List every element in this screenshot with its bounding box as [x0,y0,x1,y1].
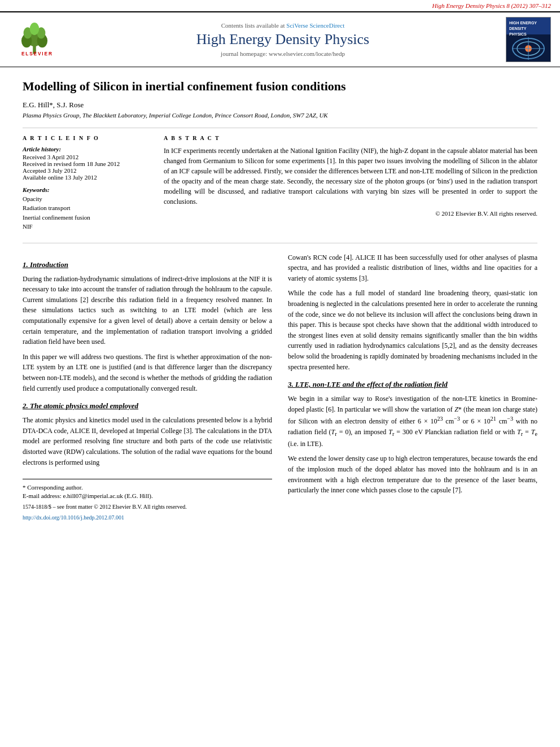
right-column: Cowan's RCN code [4]. ALICE II has been … [288,252,537,521]
keywords-section: Keywords: Opacity Radiation transport In… [23,186,147,231]
email-note: E-mail address: e.hill07@imperial.ac.uk … [23,492,272,499]
journal-center: Contents lists available at SciVerse Sci… [67,22,499,57]
journal-homepage: journal homepage: www.elsevier.com/locat… [67,50,499,57]
right-para1: Cowan's RCN code [4]. ALICE II has been … [288,252,537,284]
section2-heading: 2. The atomic physics model employed [23,401,272,410]
keyword-radiation: Radiation transport [23,203,147,213]
article-meta: A R T I C L E I N F O Article history: R… [23,128,537,231]
section3-para1: We begin in a similar way to Rose's inve… [288,394,537,449]
authors: E.G. Hill*, S.J. Rose [23,101,537,110]
section3-para2: We extend the lower density case up to h… [288,453,537,495]
keyword-nif: NIF [23,222,147,231]
journal-cover-image: HIGH ENERGY DENSITY PHYSICS [506,17,551,62]
journal-reference: High Energy Density Physics 8 (2012) 307… [0,0,560,11]
received-date: Received 3 April 2012 [23,154,147,160]
svg-text:DENSITY: DENSITY [509,27,527,30]
svg-text:ELSEVIER: ELSEVIER [21,51,53,56]
received-revised: Received in revised form 18 June 2012 [23,160,147,167]
svg-point-6 [30,23,40,35]
paper-content: Modelling of Silicon in inertial confine… [0,67,560,532]
section-divider [23,243,537,243]
sciverse-anchor[interactable]: SciVerse ScienceDirect [286,22,344,29]
journal-title: High Energy Density Physics [67,31,499,48]
affiliation: Plasma Physics Group, The Blackkett Labo… [23,112,537,119]
section2-para1: The atomic physics and kinetics model us… [23,415,272,468]
abstract-section: A B S T R A C T In ICF experiments recen… [164,135,537,231]
abstract-copyright: © 2012 Elsevier B.V. All rights reserved… [164,210,537,217]
sciverse-link: Contents lists available at SciVerse Sci… [67,22,499,29]
article-info-title: A R T I C L E I N F O [23,135,147,141]
article-history: Article history: Received 3 April 2012 R… [23,146,147,181]
right-para2: While the code has a full model of stand… [288,288,537,372]
section3-heading: 3. LTE, non-LTE and the effect of the ra… [288,380,537,389]
journal-header: ELSEVIER Contents lists available at Sci… [0,11,560,67]
keyword-icf: Inertial confinement fusion [23,213,147,222]
section1-para1: During the radiation-hydrodynamic simula… [23,274,272,347]
corresponding-author-note: * Corresponding author. [23,484,272,491]
doi-link[interactable]: http://dx.doi.org/10.1016/j.hedp.2012.07… [23,514,124,521]
issn-line: 1574-1818/$ – see front matter © 2012 El… [23,504,272,510]
abstract-title: A B S T R A C T [164,135,537,141]
footnotes: * Corresponding author. E-mail address: … [23,479,272,521]
history-label: Article history: [23,146,147,152]
paper-title: Modelling of Silicon in inertial confine… [23,78,537,95]
svg-text:HIGH ENERGY: HIGH ENERGY [509,21,537,25]
elsevier-logo: ELSEVIER [9,23,60,56]
cover-svg: HIGH ENERGY DENSITY PHYSICS [506,18,550,62]
two-column-body: 1. Introduction During the radiation-hyd… [23,252,537,521]
keywords-label: Keywords: [23,186,147,193]
available-online: Available online 13 July 2012 [23,174,147,181]
abstract-text: In ICF experiments recently undertaken a… [164,146,537,207]
elsevier-tree-icon: ELSEVIER [15,23,54,56]
accepted-date: Accepted 3 July 2012 [23,167,147,174]
doi-line: http://dx.doi.org/10.1016/j.hedp.2012.07… [23,514,272,521]
section1-heading: 1. Introduction [23,260,272,269]
section1-para2: In this paper we will address two questi… [23,352,272,394]
svg-text:PHYSICS: PHYSICS [509,32,527,36]
keyword-opacity: Opacity [23,194,147,204]
article-info: A R T I C L E I N F O Article history: R… [23,135,147,231]
left-column: 1. Introduction During the radiation-hyd… [23,252,272,521]
